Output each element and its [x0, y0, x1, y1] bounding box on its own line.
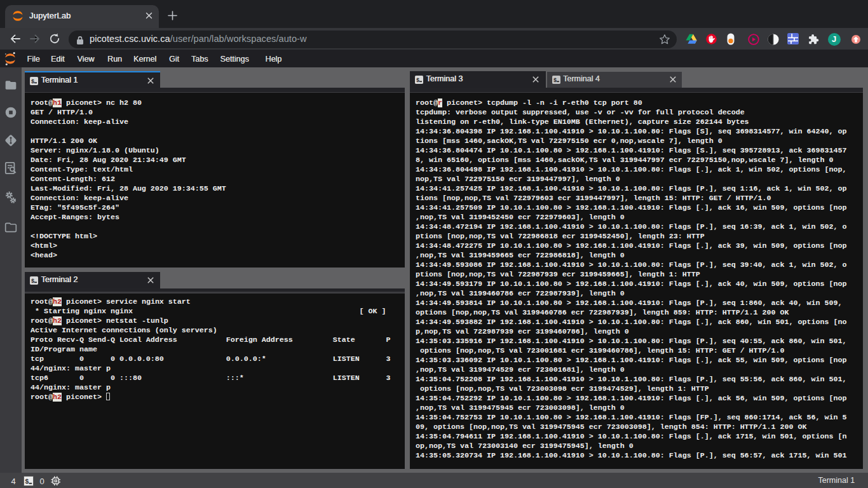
svg-text:$: $: [31, 278, 34, 284]
svg-text:$: $: [416, 77, 419, 83]
svg-text:$: $: [553, 77, 557, 83]
svg-text:$: $: [25, 478, 29, 485]
svg-text:$: $: [31, 78, 34, 85]
